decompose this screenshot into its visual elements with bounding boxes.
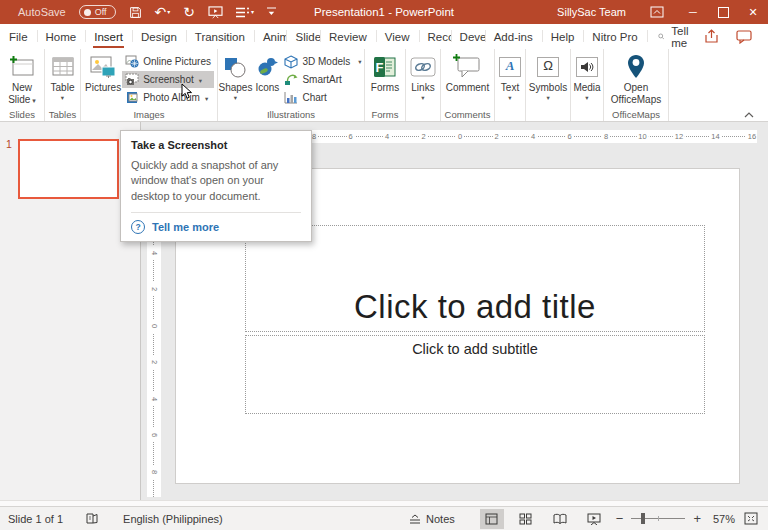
- shapes-caret-icon: [234, 94, 237, 102]
- slide-sorter-view-button[interactable]: [514, 509, 538, 529]
- tell-me-label: Tell me: [671, 25, 693, 49]
- tab-view[interactable]: View: [376, 24, 419, 49]
- zoom-control: − + 57%: [611, 511, 744, 526]
- online-pictures-icon: [125, 55, 139, 68]
- slide-show-view-button[interactable]: [582, 509, 606, 529]
- chart-button[interactable]: Chart: [281, 89, 364, 106]
- maximize-icon: [718, 7, 729, 18]
- tab-animation[interactable]: Animation: [254, 24, 287, 49]
- ruler-number: 4: [150, 246, 159, 260]
- pictures-button[interactable]: Pictures: [84, 49, 122, 108]
- maximize-button[interactable]: [708, 0, 738, 24]
- reading-view-button[interactable]: [548, 509, 572, 529]
- fit-slide-to-window-button[interactable]: [744, 512, 758, 525]
- tab-help[interactable]: Help: [542, 24, 584, 49]
- tab-review[interactable]: Review: [320, 24, 376, 49]
- ruler-number: 4: [150, 392, 159, 406]
- symbols-button[interactable]: Ω Symbols: [528, 49, 568, 108]
- tab-add-ins[interactable]: Add-ins: [485, 24, 542, 49]
- screenshot-button[interactable]: Screenshot: [122, 71, 214, 88]
- tooltip-body: Quickly add a snapshot of any window tha…: [131, 158, 301, 204]
- status-bar: Slide 1 of 1 English (Philippines) Notes…: [0, 506, 768, 530]
- subtitle-placeholder[interactable]: Click to add subtitle: [245, 335, 705, 414]
- table-button[interactable]: Table: [50, 49, 76, 108]
- collapse-ribbon-icon[interactable]: [744, 112, 754, 118]
- tab-developer[interactable]: Developer: [451, 24, 485, 49]
- zoom-out-button[interactable]: −: [611, 511, 629, 526]
- ruler-number: 16: [746, 130, 757, 143]
- tab-transition[interactable]: Transition: [186, 24, 254, 49]
- 3d-models-button[interactable]: 3D Models ▾: [281, 53, 364, 70]
- group-label-symbols: [528, 108, 568, 121]
- tab-recording[interactable]: Recording: [419, 24, 451, 49]
- open-officemaps-button[interactable]: Open OfficeMaps: [606, 49, 666, 108]
- slide-show-icon: [587, 513, 601, 525]
- redo-icon[interactable]: ↻: [183, 5, 195, 19]
- spell-check-icon[interactable]: [85, 512, 99, 525]
- group-label-forms: Forms: [367, 108, 403, 121]
- officemaps-pin-icon: [625, 53, 647, 80]
- tab-nitro-pro[interactable]: Nitro Pro: [583, 24, 646, 49]
- ribbon: New Slide Slides Table Tables Pictures: [0, 49, 768, 122]
- comments-icon[interactable]: [736, 30, 752, 44]
- language-indicator[interactable]: English (Philippines): [123, 513, 223, 525]
- group-tables: Table Tables: [45, 49, 81, 121]
- svg-text:F: F: [376, 60, 384, 75]
- new-slide-button[interactable]: New Slide: [2, 49, 42, 108]
- minimize-button[interactable]: ─: [678, 0, 708, 24]
- start-slideshow-icon[interactable]: [208, 6, 223, 19]
- ruler-number: 12: [673, 130, 685, 143]
- autosave-state: Off: [95, 7, 107, 17]
- ruler-number: 6: [346, 130, 354, 143]
- bullet-list-icon[interactable]: ▾: [236, 7, 254, 18]
- tab-insert[interactable]: Insert: [85, 24, 132, 49]
- slide-info[interactable]: Slide 1 of 1: [8, 513, 63, 525]
- group-label-text: [497, 108, 523, 121]
- links-button[interactable]: Links: [409, 49, 437, 108]
- account-name[interactable]: SillySac Team: [557, 6, 626, 18]
- group-label-slides: Slides: [2, 108, 42, 121]
- notes-toggle[interactable]: Notes: [409, 513, 455, 525]
- customize-qat-icon[interactable]: [267, 7, 276, 17]
- shapes-button[interactable]: Shapes: [218, 49, 254, 108]
- screenshot-caret-icon: [198, 74, 202, 85]
- zoom-slider[interactable]: [631, 518, 685, 519]
- forms-button[interactable]: F Forms: [370, 49, 400, 108]
- tab-design[interactable]: Design: [132, 24, 186, 49]
- close-button[interactable]: ✕: [738, 0, 768, 24]
- icons-button[interactable]: Icons: [253, 49, 281, 108]
- comment-button[interactable]: Comment: [445, 49, 490, 108]
- title-placeholder[interactable]: Click to add title: [245, 225, 705, 332]
- title-bar: AutoSave Off ↶▾ ↻ ▾ Presentation1 - Powe…: [0, 0, 768, 24]
- save-icon[interactable]: [129, 6, 142, 19]
- tell-me-more-link[interactable]: ? Tell me more: [131, 220, 301, 234]
- zoom-in-button[interactable]: +: [688, 511, 706, 526]
- tell-me-more-label: Tell me more: [152, 221, 219, 233]
- autosave-toggle[interactable]: Off: [79, 5, 116, 19]
- text-icon: A: [499, 57, 521, 77]
- media-button[interactable]: Media: [572, 49, 601, 108]
- smartart-icon: [284, 73, 298, 86]
- new-slide-icon: [9, 53, 35, 80]
- tab-file[interactable]: File: [0, 24, 37, 49]
- zoom-level[interactable]: 57%: [713, 513, 735, 525]
- text-caret-icon: [508, 94, 511, 102]
- slide-thumbnail[interactable]: [18, 139, 119, 199]
- symbols-caret-icon: [546, 94, 549, 102]
- tell-me-box[interactable]: Tell me: [647, 24, 704, 49]
- share-icon[interactable]: [704, 29, 720, 44]
- normal-view-button[interactable]: [480, 509, 504, 529]
- ribbon-display-options-icon[interactable]: [650, 6, 664, 18]
- photo-album-button[interactable]: Photo Album: [122, 89, 214, 106]
- online-pictures-button[interactable]: Online Pictures: [122, 53, 214, 70]
- zoom-slider-thumb[interactable]: [641, 513, 645, 524]
- tooltip-title: Take a Screenshot: [131, 139, 301, 151]
- text-button[interactable]: A Text: [498, 49, 522, 108]
- ruler-number: 0: [456, 130, 464, 143]
- tab-slide-show[interactable]: Slide Show: [286, 24, 320, 49]
- ruler-number: 2: [492, 130, 500, 143]
- smartart-button[interactable]: SmartArt: [281, 71, 364, 88]
- undo-icon[interactable]: ↶▾: [155, 5, 171, 19]
- ruler-number: 4: [529, 130, 537, 143]
- tab-home[interactable]: Home: [37, 24, 86, 49]
